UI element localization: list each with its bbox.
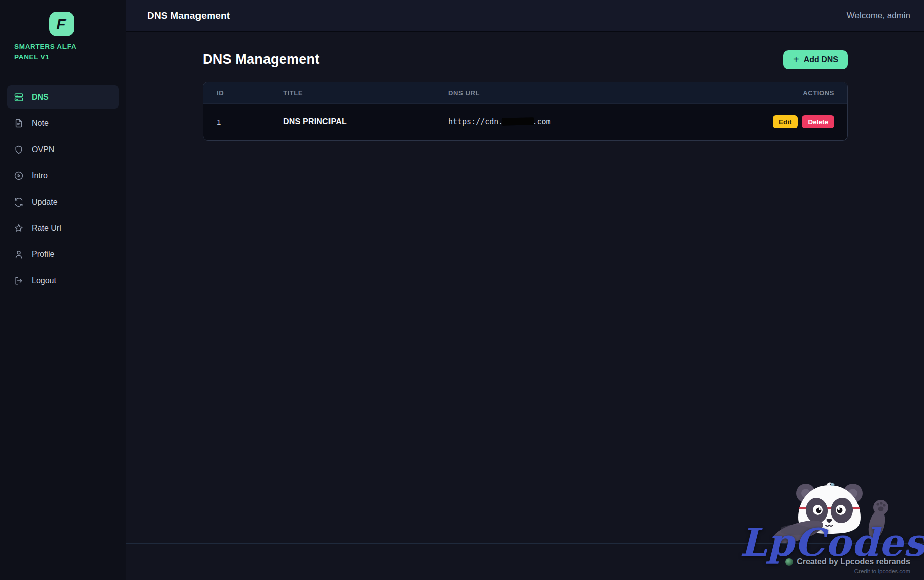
page-title: DNS Management xyxy=(203,52,319,68)
star-icon xyxy=(14,223,24,233)
delete-button[interactable]: Delete xyxy=(802,115,834,128)
footer-credits: Created by Lpcodes rebrands Credit to lp… xyxy=(785,557,910,574)
brand-name: SMARTERS ALFA PANEL V1 xyxy=(14,41,126,62)
logo-letter: F xyxy=(56,16,65,33)
table-row: 1 DNS PRINCIPAL https://cdn..com Edit De… xyxy=(203,103,847,140)
sidebar-item-note[interactable]: Note xyxy=(7,111,119,135)
sidebar-item-label: DNS xyxy=(32,93,49,102)
cell-actions: Edit Delete xyxy=(683,115,834,128)
globe-icon xyxy=(785,558,793,566)
sidebar-item-ovpn[interactable]: OVPN xyxy=(7,138,119,161)
sidebar-item-label: OVPN xyxy=(32,145,54,154)
welcome-text: Welcome, admin xyxy=(847,11,910,21)
sidebar-item-label: Note xyxy=(32,119,49,128)
file-text-icon xyxy=(14,118,24,128)
sidebar-item-logout[interactable]: Logout xyxy=(7,269,119,292)
cell-title: DNS PRINCIPAL xyxy=(283,117,448,126)
url-prefix: https://cdn. xyxy=(448,117,503,126)
main-area: DNS Management Welcome, admin DNS Manage… xyxy=(126,0,924,580)
page-content: DNS Management + Add DNS ID TITLE DNS UR… xyxy=(126,32,924,141)
plus-icon: + xyxy=(793,54,799,65)
sidebar: F SMARTERS ALFA PANEL V1 DNS Note OVPN xyxy=(0,0,126,580)
created-by-line: Created by Lpcodes rebrands xyxy=(785,557,910,566)
brand-line-1: SMARTERS ALFA xyxy=(14,41,126,52)
column-header-id: ID xyxy=(217,89,283,97)
redaction-bar xyxy=(502,117,534,126)
user-icon xyxy=(14,249,24,260)
dns-table: ID TITLE DNS URL ACTIONS 1 DNS PRINCIPAL… xyxy=(203,82,848,141)
created-by-text: Created by Lpcodes rebrands xyxy=(797,557,910,566)
panda-mascot-icon xyxy=(774,481,890,543)
sidebar-item-dns[interactable]: DNS xyxy=(7,85,119,109)
topbar: DNS Management Welcome, admin xyxy=(126,0,924,32)
refresh-icon xyxy=(14,197,24,207)
column-header-actions: ACTIONS xyxy=(683,89,834,97)
sidebar-item-label: Logout xyxy=(32,276,56,285)
server-icon xyxy=(14,92,24,102)
sidebar-item-label: Update xyxy=(32,198,58,207)
add-dns-button[interactable]: + Add DNS xyxy=(783,50,848,69)
url-suffix: .com xyxy=(532,117,550,126)
app-logo: F xyxy=(49,12,74,36)
sidebar-item-label: Intro xyxy=(32,171,48,180)
title-row: DNS Management + Add DNS xyxy=(203,50,848,69)
play-circle-icon xyxy=(14,171,24,181)
topbar-title: DNS Management xyxy=(147,10,230,21)
brand-line-2: PANEL V1 xyxy=(14,52,126,62)
sidebar-item-update[interactable]: Update xyxy=(7,190,119,214)
cell-dns-url: https://cdn..com xyxy=(448,117,683,126)
logout-icon xyxy=(14,276,24,286)
column-header-title: TITLE xyxy=(283,89,448,97)
sidebar-item-label: Profile xyxy=(32,250,54,259)
sidebar-item-rate-url[interactable]: Rate Url xyxy=(7,216,119,240)
sidebar-item-intro[interactable]: Intro xyxy=(7,164,119,187)
cell-id: 1 xyxy=(217,118,283,126)
sidebar-nav: DNS Note OVPN Intro Update xyxy=(0,85,126,295)
sidebar-item-profile[interactable]: Profile xyxy=(7,242,119,266)
sidebar-item-label: Rate Url xyxy=(32,224,61,233)
credit-text: Credit to lpcodes.com xyxy=(785,568,910,574)
edit-button[interactable]: Edit xyxy=(773,115,798,128)
column-header-dns-url: DNS URL xyxy=(448,89,683,97)
table-header-row: ID TITLE DNS URL ACTIONS xyxy=(203,82,847,103)
shield-icon xyxy=(14,145,24,155)
add-dns-label: Add DNS xyxy=(804,55,838,65)
